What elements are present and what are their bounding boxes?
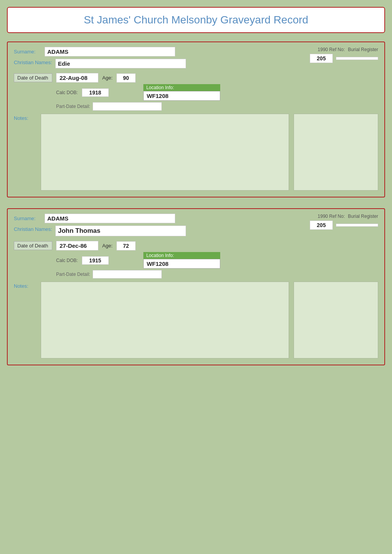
ref-label-2: 1990 Ref No: — [318, 214, 345, 219]
calc-dob-label-1: Calc DOB: — [56, 90, 78, 95]
right-section-2: 1990 Ref No: Burial Register 205 — [271, 214, 378, 230]
date-of-death-label-2: Date of Death — [14, 241, 52, 250]
location-image-2 — [294, 282, 378, 358]
location-image-1 — [294, 114, 378, 191]
location-value-2[interactable]: WF1208 — [143, 259, 220, 269]
date-of-death-value-1[interactable]: 22-Aug-08 — [56, 73, 98, 83]
age-value-2[interactable]: 72 — [116, 241, 136, 250]
part-date-value-2[interactable] — [93, 270, 162, 279]
surname-value-2[interactable]: ADAMS — [45, 214, 175, 223]
part-date-value-1[interactable] — [93, 102, 162, 111]
surname-label-2: Surname: — [14, 216, 45, 221]
header-box: St James' Church Melsonby Graveyard Reco… — [7, 7, 385, 33]
ref-num-2[interactable]: 205 — [310, 221, 333, 230]
right-section-1: 1990 Ref No: Burial Register 205 — [271, 47, 378, 63]
surname-label-1: Surname: — [14, 49, 45, 55]
notes-label-1: Notes: — [14, 114, 36, 191]
record-card-2: Surname: ADAMS Christian Names: John Tho… — [7, 208, 385, 365]
ref-label-1: 1990 Ref No: — [318, 47, 345, 52]
christian-label-2: Christian Names: — [14, 226, 52, 232]
age-label-1: Age: — [102, 75, 113, 81]
calc-dob-value-2[interactable]: 1915 — [82, 256, 109, 265]
date-of-death-label-1: Date of Death — [14, 73, 52, 82]
left-section-1: Surname: ADAMS Christian Names: Edie — [14, 47, 271, 71]
notes-box-2[interactable] — [41, 282, 289, 358]
burial-label-1: Burial Register — [348, 47, 378, 52]
burial-label-2: Burial Register — [348, 214, 378, 219]
part-date-label-1: Part-Date Detail: — [56, 104, 90, 109]
burial-box-2[interactable] — [336, 224, 378, 227]
page-wrapper: St James' Church Melsonby Graveyard Reco… — [7, 7, 385, 365]
notes-label-2: Notes: — [14, 282, 36, 358]
age-label-2: Age: — [102, 243, 113, 249]
calc-dob-label-2: Calc DOB: — [56, 258, 78, 263]
record-card-1: Surname: ADAMS Christian Names: Edie 199… — [7, 41, 385, 197]
christian-value-1[interactable]: Edie — [55, 59, 186, 68]
age-value-1[interactable]: 90 — [116, 73, 136, 83]
location-label-1: Location Info: — [143, 84, 220, 91]
burial-box-1[interactable] — [336, 57, 378, 60]
christian-value-2[interactable]: John Thomas — [55, 226, 186, 236]
surname-value-1[interactable]: ADAMS — [45, 47, 175, 56]
location-value-1[interactable]: WF1208 — [143, 91, 220, 101]
location-label-2: Location Info: — [143, 252, 220, 259]
left-section-2: Surname: ADAMS Christian Names: John Tho… — [14, 214, 271, 239]
christian-label-1: Christian Names: — [14, 59, 52, 65]
part-date-label-2: Part-Date Detail: — [56, 272, 90, 277]
ref-num-1[interactable]: 205 — [310, 54, 333, 63]
notes-box-1[interactable] — [41, 114, 289, 191]
calc-dob-value-1[interactable]: 1918 — [82, 88, 109, 97]
page-title: St James' Church Melsonby Graveyard Reco… — [84, 14, 308, 26]
date-of-death-value-2[interactable]: 27-Dec-86 — [56, 241, 98, 250]
